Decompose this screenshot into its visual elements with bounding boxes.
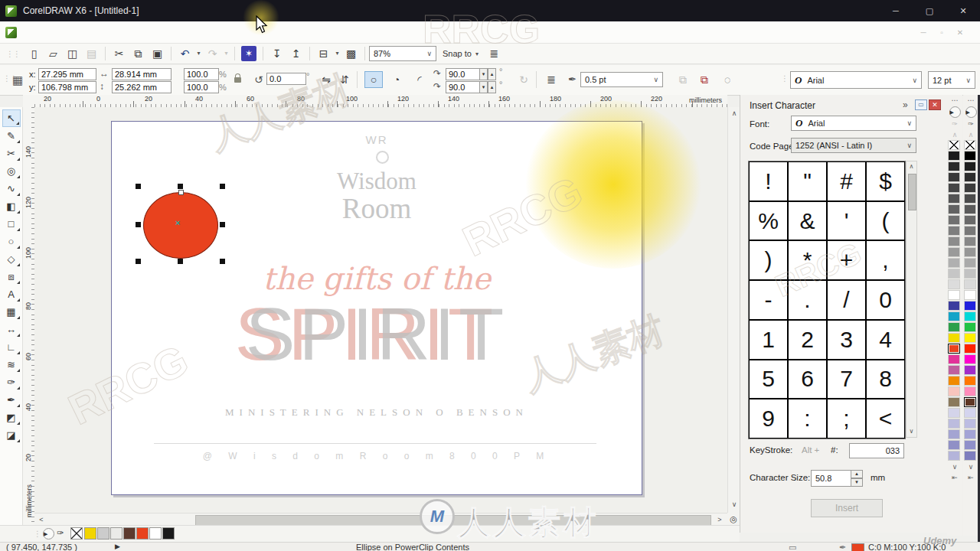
character-cell[interactable]: ) xyxy=(749,240,788,280)
scroll-down-icon[interactable]: ∨ xyxy=(906,428,916,435)
no-color-swatch[interactable] xyxy=(70,527,83,540)
character-cell[interactable]: - xyxy=(749,280,788,320)
undo-icon[interactable]: ↶ xyxy=(175,45,194,62)
scrollbar-thumb[interactable] xyxy=(908,174,916,210)
redo-dropdown-icon[interactable]: ▾ xyxy=(222,45,230,62)
rectangle-tool[interactable]: □ xyxy=(2,215,21,233)
arc-start-spinner[interactable]: ▾▴ xyxy=(479,68,496,80)
color-swatch[interactable] xyxy=(964,344,976,354)
docker-close-button[interactable]: ✕ xyxy=(929,99,941,110)
pie-mode-button[interactable]: ◔ xyxy=(387,71,406,88)
character-cell[interactable]: % xyxy=(749,201,788,241)
color-swatch[interactable] xyxy=(964,151,976,161)
color-swatch[interactable] xyxy=(948,419,960,429)
save-icon[interactable]: ◫ xyxy=(63,45,82,62)
character-cell[interactable]: * xyxy=(788,240,827,280)
character-cell[interactable]: " xyxy=(788,161,827,201)
color-swatch[interactable] xyxy=(948,204,960,214)
toolbar-grip[interactable]: ⋮⋮ xyxy=(6,50,20,58)
selection-handle[interactable] xyxy=(136,222,141,227)
color-swatch[interactable] xyxy=(964,333,976,343)
color-swatch[interactable] xyxy=(948,215,960,225)
keystroke-field[interactable]: 033 xyxy=(849,443,904,458)
color-swatch[interactable] xyxy=(964,194,976,204)
ellipse-tool[interactable]: ○ xyxy=(2,233,21,250)
print-icon[interactable]: ▤ xyxy=(82,45,101,62)
docker-collapse-button[interactable]: ▭ xyxy=(915,99,927,110)
vertical-ruler[interactable]: 14012010080604020 millimeters xyxy=(23,107,35,525)
character-cell[interactable]: < xyxy=(866,399,905,439)
connector-tool[interactable]: ∟ xyxy=(2,338,21,356)
scroll-up-icon[interactable]: ∧ xyxy=(963,129,978,140)
ellipse-node[interactable] xyxy=(178,190,184,195)
group-separator[interactable] xyxy=(171,47,172,60)
document-page[interactable]: WR Wisdom Room the gifts of the SPIRIT S… xyxy=(111,121,642,495)
character-cell[interactable]: 8 xyxy=(866,360,905,399)
palette-grip[interactable]: ⋮ xyxy=(34,530,41,538)
character-size-field[interactable]: 50.8 xyxy=(811,470,855,487)
selected-ellipse-object[interactable] xyxy=(143,192,218,259)
color-swatch[interactable] xyxy=(948,408,960,418)
color-swatch[interactable] xyxy=(948,386,960,396)
options-icon[interactable]: ≣ xyxy=(485,45,504,62)
no-color-swatch[interactable] xyxy=(948,140,960,150)
character-cell[interactable]: 2 xyxy=(788,320,827,360)
scroll-up-icon[interactable]: ∧ xyxy=(947,129,962,140)
scroll-up-icon[interactable]: ∧ xyxy=(906,163,916,170)
scroll-down-icon[interactable]: ∨ xyxy=(729,499,740,510)
codepage-combo[interactable]: 1252 (ANSI - Latin I) ∨ xyxy=(791,138,916,153)
character-cell[interactable]: ' xyxy=(827,201,866,241)
character-cell[interactable]: 3 xyxy=(827,320,866,360)
close-button[interactable]: ✕ xyxy=(946,0,980,21)
color-swatch[interactable] xyxy=(964,376,976,386)
color-swatch[interactable] xyxy=(964,322,976,332)
doc-close-button[interactable]: ✕ xyxy=(951,28,969,37)
copy-icon[interactable]: ⧉ xyxy=(129,45,148,62)
outline-pen-tool[interactable]: ✒ xyxy=(2,391,21,409)
color-swatch[interactable] xyxy=(964,226,976,236)
font-family-combo[interactable]: O Arial ∨ xyxy=(790,71,922,89)
wireframe-button[interactable]: ◌ xyxy=(718,71,737,88)
color-swatch[interactable] xyxy=(964,386,976,396)
color-swatch[interactable] xyxy=(123,527,136,540)
launcher-dropdown-icon[interactable]: ▾ xyxy=(333,45,341,62)
ring-ornament[interactable] xyxy=(376,151,389,164)
selection-handle[interactable] xyxy=(220,259,225,264)
character-cell[interactable]: 0 xyxy=(866,280,905,320)
character-cell[interactable]: 5 xyxy=(749,360,788,399)
selection-handle[interactable] xyxy=(178,184,183,189)
character-cell[interactable]: ( xyxy=(866,201,905,241)
horizontal-scrollbar[interactable]: < > xyxy=(34,513,727,526)
undo-dropdown-icon[interactable]: ▾ xyxy=(194,45,203,62)
arc-end-spinner[interactable]: ▾▴ xyxy=(479,81,496,93)
scale-y-field[interactable]: 100.0 xyxy=(184,81,219,93)
color-swatch[interactable] xyxy=(948,322,960,332)
cut-icon[interactable]: ✂ xyxy=(109,45,129,62)
search-content-icon[interactable]: ✶ xyxy=(241,46,256,61)
character-cell[interactable]: / xyxy=(827,280,866,320)
redo-icon[interactable]: ↷ xyxy=(203,45,222,62)
color-swatch[interactable] xyxy=(948,226,960,236)
color-swatch[interactable] xyxy=(964,269,976,279)
wisdom-text[interactable]: Wisdom xyxy=(112,168,642,195)
color-swatch[interactable] xyxy=(964,419,976,429)
crop-tool[interactable]: ✂ xyxy=(2,145,21,162)
scroll-to-start-icon[interactable]: ⇤ xyxy=(963,472,978,483)
color-swatch[interactable] xyxy=(948,301,960,311)
color-swatch[interactable] xyxy=(964,408,976,418)
color-swatch[interactable] xyxy=(948,354,960,364)
color-swatch[interactable] xyxy=(964,279,976,289)
character-cell[interactable]: 9 xyxy=(749,399,788,439)
color-swatch[interactable] xyxy=(964,354,976,364)
palette-menu-icon[interactable]: ▶ xyxy=(43,528,54,540)
mirror-vertical-button[interactable]: ⇵ xyxy=(335,71,354,88)
change-direction-button[interactable]: ↻ xyxy=(514,71,533,88)
zoom-level-combo[interactable]: 87% ∨ xyxy=(369,46,436,61)
zoom-tool[interactable]: ◎ xyxy=(2,162,21,180)
color-swatch[interactable] xyxy=(948,365,960,375)
color-swatch[interactable] xyxy=(964,311,976,321)
object-height-field[interactable]: 25.262 mm xyxy=(112,81,172,93)
color-swatch[interactable] xyxy=(948,172,960,182)
arc-mode-button[interactable]: ◜ xyxy=(410,71,429,88)
interactive-fill-tool[interactable]: ◪ xyxy=(2,426,21,444)
